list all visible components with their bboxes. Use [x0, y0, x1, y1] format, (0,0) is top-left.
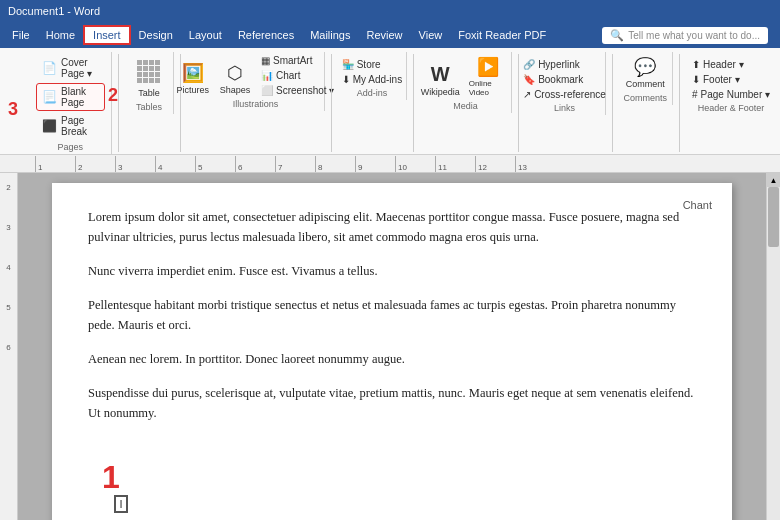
store-button[interactable]: 🏪 Store: [338, 58, 406, 71]
cursor-symbol: I: [119, 496, 122, 513]
media-group-label: Media: [453, 101, 478, 111]
page-number-label: Page Number ▾: [701, 89, 770, 100]
pictures-button[interactable]: 🖼️ Pictures: [173, 60, 214, 97]
header-footer-group-label: Header & Footer: [698, 103, 765, 113]
wikipedia-icon: W: [431, 63, 450, 86]
my-addins-button[interactable]: ⬇ My Add-ins: [338, 73, 406, 86]
hyperlink-icon: 🔗: [523, 59, 535, 70]
ruler-marks: 1 2 3 4 5 6 7 8 9 10 11 12 13: [35, 156, 780, 172]
chart-icon: 📊: [261, 70, 273, 81]
cursor-indicator: I: [114, 495, 128, 513]
page-number-button[interactable]: # Page Number ▾: [688, 88, 774, 101]
menu-layout[interactable]: Layout: [181, 26, 230, 44]
smartart-button[interactable]: ▦ SmartArt: [257, 54, 338, 67]
page-break-button[interactable]: ⬛ Page Break: [36, 112, 105, 140]
my-addins-label: My Add-ins: [353, 74, 402, 85]
menu-view[interactable]: View: [411, 26, 451, 44]
screenshot-button[interactable]: ⬜ Screenshot ▾: [257, 84, 338, 97]
table-button[interactable]: Table: [129, 54, 169, 100]
shapes-button[interactable]: ⬡ Shapes: [215, 60, 255, 97]
footer-label: Footer ▾: [703, 74, 740, 85]
screenshot-icon: ⬜: [261, 85, 273, 96]
screenshot-label: Screenshot ▾: [276, 85, 334, 96]
page-break-icon: ⬛: [42, 119, 57, 133]
page-break-label: Page Break: [61, 115, 99, 137]
menu-mailings[interactable]: Mailings: [302, 26, 358, 44]
document-area: 2 3 4 5 6 Chant Lorem ipsum dolor sit am…: [0, 173, 780, 520]
wikipedia-button[interactable]: W Wikipedia: [420, 61, 461, 99]
step-number-1-container: 1 I: [102, 461, 128, 513]
blank-page-icon: 📃: [42, 90, 57, 104]
paragraph-4: Aenean nec lorem. In porttitor. Donec la…: [88, 349, 696, 369]
store-label: Store: [357, 59, 381, 70]
ribbon-group-media: W Wikipedia ▶️ Online Video Media: [420, 52, 512, 113]
step-number-1: 1: [102, 459, 120, 495]
document-scroll[interactable]: Chant Lorem ipsum dolor sit amet, consec…: [18, 173, 766, 520]
chart-button[interactable]: 📊 Chart: [257, 69, 338, 82]
online-video-button[interactable]: ▶️ Online Video: [465, 54, 511, 99]
blank-page-label: Blank Page: [61, 86, 99, 108]
cross-reference-button[interactable]: ↗ Cross-reference: [519, 88, 610, 101]
menu-insert[interactable]: Insert: [83, 25, 131, 45]
addins-group-label: Add-ins: [357, 88, 388, 98]
ribbon-group-links: 🔗 Hyperlink 🔖 Bookmark ↗ Cross-reference…: [524, 52, 605, 115]
header-icon: ⬆: [692, 59, 700, 70]
paragraph-5: Suspendisse dui purus, scelerisque at, v…: [88, 383, 696, 423]
ribbon-group-header-footer: ⬆ Header ▾ ⬇ Footer ▾ # Page Number ▾ He…: [686, 52, 776, 115]
vertical-ruler: 2 3 4 5 6: [0, 173, 18, 520]
ribbon-group-illustrations: 🖼️ Pictures ⬡ Shapes ▦ SmartArt 📊 Chart: [187, 52, 324, 111]
menu-home[interactable]: Home: [38, 26, 83, 44]
my-addins-icon: ⬇: [342, 74, 350, 85]
illustrations-group-label: Illustrations: [233, 99, 279, 109]
menu-bar: File Home Insert Design Layout Reference…: [0, 22, 780, 48]
online-video-icon: ▶️: [477, 56, 499, 78]
horizontal-ruler: 1 2 3 4 5 6 7 8 9 10 11 12 13: [0, 155, 780, 173]
paragraph-2: Nunc viverra imperdiet enim. Fusce est. …: [88, 261, 696, 281]
cross-reference-icon: ↗: [523, 89, 531, 100]
wikipedia-label: Wikipedia: [421, 87, 460, 97]
shapes-icon: ⬡: [227, 62, 243, 84]
smartart-icon: ▦: [261, 55, 270, 66]
header-button[interactable]: ⬆ Header ▾: [688, 58, 774, 71]
comments-group-label: Comments: [624, 93, 668, 103]
menu-references[interactable]: References: [230, 26, 302, 44]
footer-button[interactable]: ⬇ Footer ▾: [688, 73, 774, 86]
pages-group-items: 📄 Cover Page ▾ 📃 Blank Page ⬛ Page Break: [36, 54, 105, 140]
blank-page-button[interactable]: 📃 Blank Page: [36, 83, 105, 111]
scrollbar-thumb[interactable]: [768, 187, 779, 247]
chant-text: Chant: [683, 197, 712, 214]
ribbon: 2 3 📄 Cover Page ▾ 📃 Blank Page ⬛ Page B…: [0, 48, 780, 155]
menu-design[interactable]: Design: [131, 26, 181, 44]
header-label: Header ▾: [703, 59, 744, 70]
menu-review[interactable]: Review: [359, 26, 411, 44]
document-page[interactable]: Chant Lorem ipsum dolor sit amet, consec…: [52, 183, 732, 520]
bookmark-icon: 🔖: [523, 74, 535, 85]
online-video-label: Online Video: [469, 79, 507, 97]
comment-label: Comment: [626, 79, 665, 89]
menu-file[interactable]: File: [4, 26, 38, 44]
store-icon: 🏪: [342, 59, 354, 70]
bookmark-button[interactable]: 🔖 Bookmark: [519, 73, 610, 86]
comment-icon: 💬: [634, 56, 656, 78]
comment-button[interactable]: 💬 Comment: [622, 54, 669, 91]
scroll-up-button[interactable]: ▲: [767, 173, 780, 187]
title-text: Document1 - Word: [8, 5, 100, 17]
hyperlink-button[interactable]: 🔗 Hyperlink: [519, 58, 610, 71]
paragraph-1: Lorem ipsum dolor sit amet, consectetuer…: [88, 207, 696, 247]
shapes-label: Shapes: [220, 85, 251, 95]
scrollbar-track[interactable]: [767, 187, 780, 520]
scrollbar[interactable]: ▲ ▼: [766, 173, 780, 520]
hyperlink-label: Hyperlink: [538, 59, 580, 70]
cover-page-label: Cover Page ▾: [61, 57, 99, 79]
cover-page-button[interactable]: 📄 Cover Page ▾: [36, 54, 105, 82]
title-bar: Document1 - Word: [0, 0, 780, 22]
smartart-label: SmartArt: [273, 55, 312, 66]
table-label: Table: [138, 88, 160, 98]
paragraph-3: Pellentesque habitant morbi tristique se…: [88, 295, 696, 335]
footer-icon: ⬇: [692, 74, 700, 85]
links-group-label: Links: [554, 103, 575, 113]
tables-group-label: Tables: [136, 102, 162, 112]
page-number-icon: #: [692, 89, 698, 100]
ribbon-content: 📄 Cover Page ▾ 📃 Blank Page ⬛ Page Break…: [4, 52, 776, 154]
menu-foxit[interactable]: Foxit Reader PDF: [450, 26, 554, 44]
